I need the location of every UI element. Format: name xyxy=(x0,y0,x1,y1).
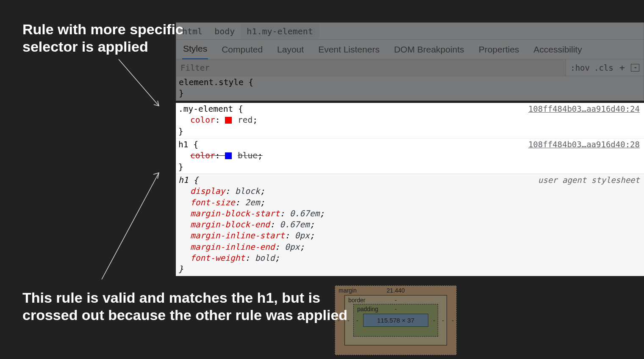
tab-event-listeners[interactable]: Event Listeners xyxy=(317,40,380,59)
arrow-top xyxy=(117,57,167,112)
border-right-value[interactable]: - xyxy=(442,317,444,324)
rule-element-style[interactable]: element.style { } xyxy=(176,76,644,100)
padding-label: padding xyxy=(357,306,378,312)
tab-bar: Styles Computed Layout Event Listeners D… xyxy=(176,40,644,59)
annotation-text: selector is applied xyxy=(22,38,183,55)
color-swatch-icon[interactable] xyxy=(225,152,232,159)
rule-selector: h1 { xyxy=(178,175,198,186)
rule-close: } xyxy=(178,126,641,137)
crumb-h1[interactable]: h1.my-element xyxy=(241,24,319,39)
css-prop[interactable]: color xyxy=(190,115,215,125)
source-link[interactable]: 108ff484b03…aa916d40:28 xyxy=(528,139,641,150)
padding-left-value[interactable]: - xyxy=(356,317,358,324)
border-top-value[interactable]: - xyxy=(395,297,397,304)
crumb-body[interactable]: body xyxy=(208,24,241,39)
rule-close: } xyxy=(178,264,641,275)
tab-styles[interactable]: Styles xyxy=(182,39,208,60)
annotation-text: crossed out because the other rule was a… xyxy=(22,307,347,324)
source-link[interactable]: 108ff484b03…aa916d40:24 xyxy=(528,104,641,115)
rule-selector: h1 { xyxy=(178,139,198,150)
css-value[interactable]: blue xyxy=(238,151,258,160)
tab-layout[interactable]: Layout xyxy=(276,40,305,59)
ua-decls: display: block; font-size: 2em; margin-b… xyxy=(178,186,641,264)
css-value[interactable]: bold xyxy=(255,253,275,263)
border-label: border xyxy=(348,297,365,304)
rule-selector: .my-element { xyxy=(178,104,243,115)
css-prop[interactable]: display xyxy=(190,186,225,196)
arrow-bottom xyxy=(100,169,167,284)
css-value[interactable]: 0px xyxy=(285,242,300,252)
css-prop[interactable]: font-weight xyxy=(190,253,245,263)
annotation-text: This rule is valid and matches the h1, b… xyxy=(22,289,347,307)
devtools-panel: html body h1.my-element Styles Computed … xyxy=(176,22,644,101)
css-prop[interactable]: margin-block-start xyxy=(190,209,280,218)
box-model[interactable]: margin 21.440 - - border - - - padding -… xyxy=(335,285,457,359)
source-label: user agent stylesheet xyxy=(538,175,641,186)
breadcrumb[interactable]: html body h1.my-element xyxy=(176,23,644,40)
annotation-top: Rule with more specific selector is appl… xyxy=(22,21,183,55)
filter-bar: :hov .cls + xyxy=(176,59,644,76)
css-value[interactable]: block xyxy=(235,186,260,196)
rule-close: } xyxy=(179,88,641,99)
rule-h1[interactable]: h1 { 108ff484b03…aa916d40:28 color: blue… xyxy=(176,138,644,174)
panel-toggle-icon[interactable] xyxy=(631,64,639,72)
tab-computed[interactable]: Computed xyxy=(221,40,264,59)
rule-close: } xyxy=(178,162,641,173)
css-value[interactable]: 0.67em xyxy=(290,209,319,218)
css-prop[interactable]: margin-block-end xyxy=(190,220,270,229)
css-prop[interactable]: margin-inline-end xyxy=(190,242,275,252)
styles-rules: element.style { } xyxy=(176,76,644,100)
css-value[interactable]: 0px xyxy=(295,231,310,240)
css-prop[interactable]: color xyxy=(190,151,215,160)
svg-line-0 xyxy=(119,59,159,106)
margin-top-value[interactable]: 21.440 xyxy=(387,287,405,294)
margin-right-value[interactable]: - xyxy=(452,317,454,324)
padding-right-value[interactable]: - xyxy=(433,317,435,324)
hov-toggle[interactable]: :hov xyxy=(570,63,590,72)
border-left-value[interactable]: - xyxy=(347,317,350,324)
content-size[interactable]: 115.578 × 37 xyxy=(363,314,428,327)
color-swatch-icon[interactable] xyxy=(225,117,232,124)
cls-toggle[interactable]: .cls xyxy=(594,63,613,72)
annotation-text: Rule with more specific xyxy=(22,21,183,38)
plus-icon[interactable]: + xyxy=(618,62,627,73)
tab-dom-breakpoints[interactable]: DOM Breakpoints xyxy=(393,40,465,59)
css-prop[interactable]: font-size xyxy=(190,198,235,207)
css-value[interactable]: 2em xyxy=(245,198,260,207)
highlighted-rules: .my-element { 108ff484b03…aa916d40:24 co… xyxy=(176,103,644,265)
tab-accessibility[interactable]: Accessibility xyxy=(533,40,583,59)
rule-user-agent[interactable]: h1 { user agent stylesheet display: bloc… xyxy=(176,174,644,276)
css-prop[interactable]: margin-inline-start xyxy=(190,231,285,240)
svg-line-1 xyxy=(102,173,159,279)
annotation-bottom: This rule is valid and matches the h1, b… xyxy=(22,289,347,324)
filter-input[interactable] xyxy=(176,59,566,76)
tab-properties[interactable]: Properties xyxy=(478,40,520,59)
rule-my-element[interactable]: .my-element { 108ff484b03…aa916d40:24 co… xyxy=(176,103,644,138)
css-value[interactable]: red xyxy=(238,115,253,125)
css-value[interactable]: 0.67em xyxy=(280,220,309,229)
rule-selector: element.style { xyxy=(179,77,641,88)
padding-top-value[interactable]: - xyxy=(395,306,397,312)
